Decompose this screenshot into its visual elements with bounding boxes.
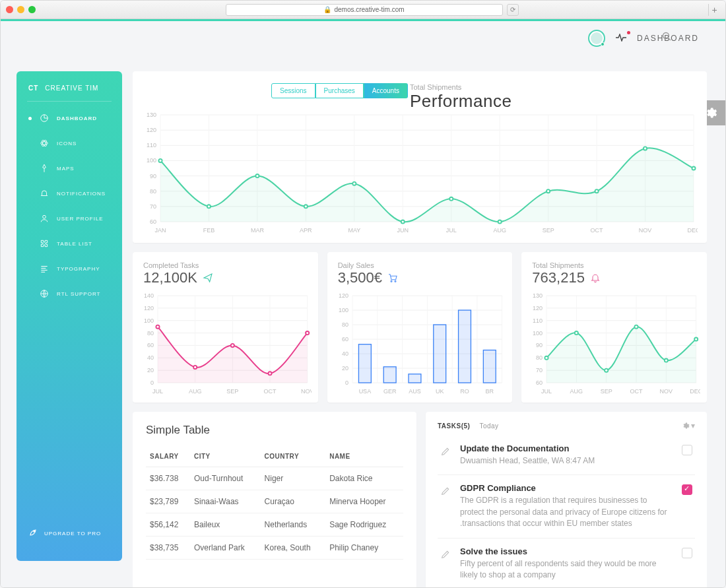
shipments-label: Total Shipments [532, 261, 696, 269]
svg-point-182 [605, 370, 607, 372]
pie-icon [40, 114, 49, 123]
task-checkbox[interactable] [682, 445, 692, 455]
svg-text:FEB: FEB [203, 227, 215, 234]
sidebar-logo[interactable]: CT CREATIVE TIM [16, 84, 122, 101]
svg-text:AUG: AUG [493, 227, 506, 234]
performance-card: SessionsPurchasesAccounts Total Shipment… [133, 71, 707, 243]
svg-point-114 [391, 280, 392, 282]
svg-text:60: 60 [342, 336, 348, 343]
edit-icon[interactable] [440, 446, 451, 467]
sidebar-item-icons[interactable]: ICONS [16, 131, 122, 156]
svg-text:DEC: DEC [687, 227, 698, 234]
svg-text:40: 40 [342, 350, 348, 357]
task-item: Solve the issuesFifty percent of all res… [438, 539, 695, 587]
task-item: Update the DocumentationDwuamish Head, S… [438, 436, 695, 475]
svg-rect-145 [483, 350, 496, 383]
svg-point-75 [644, 147, 646, 149]
svg-rect-133 [383, 367, 396, 383]
task-checkbox[interactable] [682, 548, 692, 558]
sidebar-item-notifications[interactable]: NOTIFICATIONS [16, 181, 122, 206]
cart-icon [387, 273, 398, 283]
table-row[interactable]: $23,789Sinaai-WaasCuraçaoMinerva Hooper [146, 490, 403, 513]
atom-icon [40, 139, 49, 148]
tab-tasks[interactable]: TASKS(5) [438, 422, 470, 430]
shipments-value: 763,215 [532, 269, 585, 286]
svg-point-188 [695, 338, 697, 340]
sidebar-item-table-list[interactable]: TABLE LIST [16, 231, 122, 256]
new-tab-button[interactable]: + [708, 4, 720, 16]
svg-text:120: 120 [339, 292, 348, 299]
pill-sessions[interactable]: Sessions [271, 83, 315, 98]
url-field[interactable]: 🔒 demos.creative-tim.com [226, 4, 503, 16]
task-title: Update the Documentation [460, 443, 673, 453]
svg-point-109 [232, 344, 234, 346]
svg-rect-142 [458, 310, 471, 383]
svg-text:120: 120 [147, 127, 156, 133]
task-checkbox[interactable] [682, 484, 692, 495]
shipments-chart: 60708090100110120130JULAUGSEPOCTNOVDEC [528, 292, 700, 397]
svg-rect-136 [409, 374, 421, 383]
table-row[interactable]: $56,142BaileuxNetherlandsSage Rodriguez [146, 513, 403, 537]
svg-text:NOV: NOV [660, 388, 673, 395]
svg-text:0: 0 [150, 379, 154, 386]
svg-point-184 [636, 326, 638, 328]
svg-text:100: 100 [533, 330, 543, 337]
tasks-settings[interactable]: ▾ [682, 421, 696, 430]
sidebar-item-label: ICONS [57, 141, 77, 147]
close-window-dot[interactable] [6, 6, 13, 13]
avatar[interactable] [588, 30, 605, 47]
svg-text:AUS: AUS [409, 388, 421, 395]
svg-text:NOV: NOV [639, 227, 652, 234]
edit-icon[interactable] [440, 549, 451, 581]
svg-text:NOV: NOV [301, 388, 312, 395]
svg-text:SEP: SEP [226, 388, 238, 395]
svg-point-61 [305, 205, 307, 207]
upgrade-to-pro[interactable]: UPGRADE TO PRO [16, 519, 122, 548]
svg-text:60: 60 [536, 379, 543, 386]
svg-point-0 [663, 33, 669, 39]
minimize-window-dot[interactable] [17, 6, 24, 13]
tab-today[interactable]: Today [479, 422, 498, 430]
lock-icon: 🔒 [323, 6, 331, 13]
svg-point-65 [402, 220, 404, 222]
svg-text:OCT: OCT [591, 227, 604, 234]
activity-icon[interactable] [616, 34, 626, 44]
svg-text:UK: UK [436, 388, 444, 395]
sidebar-item-maps[interactable]: MAPS [16, 156, 122, 181]
table-row[interactable]: $38,735Overland ParkKorea, SouthPhilip C… [146, 537, 403, 560]
daily-sales-card: Daily Sales 3,500€ 020406080100120USAGER… [327, 252, 513, 403]
table-title: Simple Table [146, 424, 403, 437]
maximize-window-dot[interactable] [28, 6, 36, 13]
globe-icon [40, 289, 49, 298]
pill-purchases[interactable]: Purchases [315, 83, 364, 98]
table-row[interactable]: $36.738Oud-TurnhoutNigerDakota Rice [146, 467, 403, 490]
refresh-button[interactable]: ⟳ [507, 4, 519, 16]
svg-text:0: 0 [345, 379, 348, 386]
perf-title: Performance [410, 91, 512, 112]
performance-chart: 60708090100110120130JANFEBMARAPRMAYJUNJU… [142, 111, 698, 236]
bell-icon [40, 189, 49, 198]
svg-point-105 [156, 326, 158, 328]
svg-text:SEP: SEP [543, 227, 554, 234]
search-icon[interactable] [662, 32, 671, 41]
sidebar-item-typography[interactable]: TYPOGRAPHY [16, 256, 122, 281]
align-icon [40, 264, 49, 273]
sidebar-item-label: TABLE LIST [57, 241, 92, 247]
user-icon [40, 214, 49, 223]
svg-point-55 [159, 160, 161, 162]
svg-point-111 [269, 372, 271, 374]
svg-text:90: 90 [150, 173, 156, 180]
svg-point-180 [576, 332, 578, 334]
pill-accounts[interactable]: Accounts [364, 83, 408, 98]
sidebar-item-user-profile[interactable]: USER PROFILE [16, 206, 122, 231]
svg-text:100: 100 [147, 157, 156, 164]
svg-point-57 [208, 205, 210, 207]
svg-text:40: 40 [147, 354, 154, 361]
sidebar-item-dashboard[interactable]: DASHBOARD [16, 106, 122, 131]
svg-text:140: 140 [144, 292, 154, 299]
sidebar-item-label: USER PROFILE [57, 216, 104, 222]
sidebar-item-rtl-support[interactable]: RTL SUPPORT [16, 281, 122, 306]
svg-text:130: 130 [533, 292, 543, 299]
edit-icon[interactable] [440, 486, 451, 529]
sidebar-item-label: MAPS [57, 166, 75, 172]
